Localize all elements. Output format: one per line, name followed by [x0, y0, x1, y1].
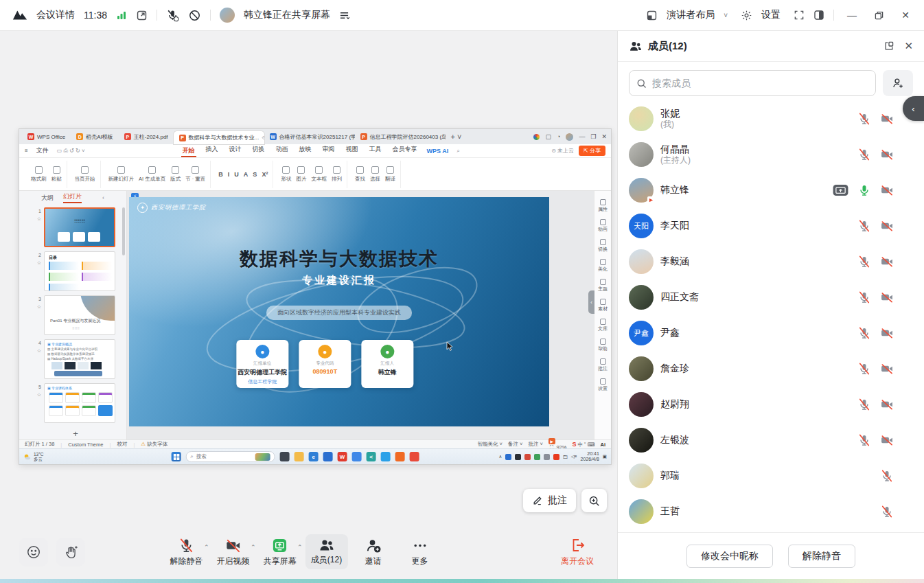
font-style-button[interactable]: S: [253, 171, 257, 178]
leave-meeting-button[interactable]: 离开会议: [561, 537, 594, 567]
invite-button[interactable]: 邀请: [351, 534, 394, 571]
member-mic-icon[interactable]: [857, 255, 871, 268]
member-row[interactable]: 郭瑞: [618, 458, 924, 494]
rail-item-动画[interactable]: 动画: [598, 219, 608, 233]
wps-minimize[interactable]: —: [579, 133, 585, 140]
member-row[interactable]: 何晶晶(主持人): [618, 137, 924, 172]
wps-menu-9[interactable]: 会员专享: [391, 145, 419, 157]
rail-item-设置[interactable]: 设置: [598, 378, 608, 392]
tray-app-icon[interactable]: [505, 454, 511, 460]
status-right-item[interactable]: 智能美化 ˅: [477, 441, 502, 448]
meeting-details-link[interactable]: 会议详情: [36, 9, 75, 21]
clock-widget[interactable]: 20:412026/4/8: [581, 451, 599, 463]
taskbar-media-app-icon[interactable]: [410, 452, 419, 461]
more-button[interactable]: 更多: [398, 534, 441, 571]
rail-item-帮助[interactable]: 帮助: [598, 339, 608, 352]
wps-menu-3[interactable]: 切换: [251, 145, 266, 157]
taskbar-edge-browser-icon[interactable]: e: [309, 452, 319, 461]
ribbon-button[interactable]: 选择: [370, 166, 380, 183]
tray-sogou-icon[interactable]: [553, 454, 559, 460]
member-row[interactable]: 詹金珍: [618, 351, 924, 387]
outline-tab[interactable]: 大纲: [41, 194, 54, 203]
ribbon-button[interactable]: 形状: [281, 166, 291, 183]
rail-item-素材[interactable]: 素材: [598, 299, 608, 312]
member-mic-icon[interactable]: [857, 433, 871, 447]
ribbon-button[interactable]: 排列: [332, 166, 342, 183]
wps-file-menu[interactable]: 文件: [35, 146, 50, 155]
ribbon-button[interactable]: AI 生成单页: [139, 166, 165, 183]
slide-thumbnail-3[interactable]: Part01 专业概况与发展近况 ⠿⠿⠿: [44, 295, 115, 335]
member-mic-icon[interactable]: [857, 112, 871, 126]
wps-document-tab[interactable]: P 数据科学与大数据技术专业...⟐ ✕: [174, 131, 264, 144]
minimize-button[interactable]: —: [843, 6, 861, 24]
wps-share-button[interactable]: ⇱ 分享: [579, 146, 605, 156]
layout-selector[interactable]: 演讲者布局: [667, 9, 715, 21]
gear-icon[interactable]: [741, 10, 752, 21]
rail-item-文库[interactable]: 文库: [598, 319, 608, 332]
ribbon-button[interactable]: 当页开始: [75, 166, 95, 183]
taskbar-teal-app-icon[interactable]: <: [367, 452, 376, 461]
unmute-button[interactable]: 解除静音: [788, 545, 855, 568]
ribbon-button[interactable]: 翻译: [385, 166, 395, 183]
annotate-button[interactable]: 批注: [523, 489, 576, 512]
ribbon-button[interactable]: 粘贴: [51, 166, 62, 183]
ribbon-button[interactable]: 查找: [355, 166, 365, 183]
layout-icon[interactable]: [646, 10, 658, 21]
rail-collapse-handle[interactable]: ‹: [588, 290, 594, 314]
taskbar-microsoft-store-icon[interactable]: [323, 452, 333, 461]
wps-menu-0[interactable]: 开始: [181, 145, 196, 157]
member-mic-icon[interactable]: [857, 290, 871, 304]
thumbnail-scrollbar[interactable]: [122, 207, 125, 255]
member-row[interactable]: 王哲: [618, 494, 924, 529]
wps-restore[interactable]: ❐: [590, 133, 596, 140]
font-style-button[interactable]: A: [244, 171, 249, 178]
member-mic-icon[interactable]: [857, 326, 871, 340]
member-mic-icon[interactable]: [857, 148, 871, 161]
camera-button[interactable]: 开启视频 ⌃: [211, 534, 254, 571]
chevron-up-icon[interactable]: ⌃: [204, 544, 209, 551]
settings-button[interactable]: 设置: [761, 9, 781, 21]
tray-volume-icon[interactable]: ◁≡: [571, 454, 577, 459]
font-style-button[interactable]: B: [218, 171, 223, 178]
panel-close-icon[interactable]: ✕: [904, 40, 913, 52]
raise-hand-button[interactable]: [56, 538, 85, 567]
ribbon-button[interactable]: 文本框: [311, 166, 327, 183]
share-button[interactable]: 共享屏幕 ⌃: [258, 534, 301, 571]
mute-all-icon[interactable]: [166, 9, 179, 22]
tray-expand-icon[interactable]: ∧: [499, 454, 503, 459]
wps-close[interactable]: ✕: [601, 133, 607, 140]
member-search-box[interactable]: [629, 70, 876, 96]
slide-thumbnail-1[interactable]: ☷☷☷: [44, 207, 115, 247]
status-right-item[interactable]: 批注 ˅: [528, 441, 542, 448]
collapse-thumbs-icon[interactable]: ‹: [102, 194, 104, 201]
slide-thumbnail-2[interactable]: 目录: [44, 251, 115, 291]
rail-item-切换[interactable]: 切换: [598, 239, 608, 253]
status-right-item[interactable]: Ai: [601, 442, 606, 448]
unmute-button[interactable]: 解除静音 ⌃: [165, 534, 207, 571]
window-icon[interactable]: ▢: [545, 133, 551, 140]
panel-popout-icon[interactable]: [883, 41, 894, 52]
member-camera-icon[interactable]: [880, 183, 894, 197]
wps-menu-7[interactable]: 视图: [345, 145, 360, 157]
taskbar-folder-icon[interactable]: [294, 452, 304, 461]
member-mic-icon[interactable]: [857, 219, 871, 233]
member-row[interactable]: 左银波: [618, 422, 924, 458]
chevron-down-icon[interactable]: ˅: [724, 12, 728, 19]
wps-document-tab[interactable]: P 王柱-2024.pdf: [119, 129, 174, 144]
windows-start-icon[interactable]: [172, 452, 181, 461]
ribbon-button[interactable]: 版式: [170, 166, 181, 183]
magnifier-zoom-button[interactable]: [581, 489, 607, 512]
weather-widget[interactable]: 13°C多云: [23, 452, 44, 461]
network-signal-icon[interactable]: [116, 10, 127, 20]
taskbar-file-explorer-icon[interactable]: [280, 452, 290, 461]
member-mic-icon[interactable]: [857, 398, 871, 411]
member-camera-icon[interactable]: [880, 219, 894, 233]
member-row[interactable]: 四正文斋: [618, 279, 924, 315]
slides-tab[interactable]: 幻灯片: [63, 192, 82, 203]
status-item[interactable]: ⚠ 缺失字体: [141, 441, 168, 448]
ribbon-button[interactable]: 格式刷: [31, 166, 47, 183]
slide-thumbnail-4[interactable]: ▣ 专业建设概况 ▤ 主要建设成果与专业方向定位说明▤ 数据驱动实践教学体系建设…: [44, 339, 115, 379]
font-style-button[interactable]: I: [228, 171, 230, 178]
member-camera-icon[interactable]: [880, 112, 894, 126]
member-camera-icon[interactable]: [880, 433, 894, 447]
